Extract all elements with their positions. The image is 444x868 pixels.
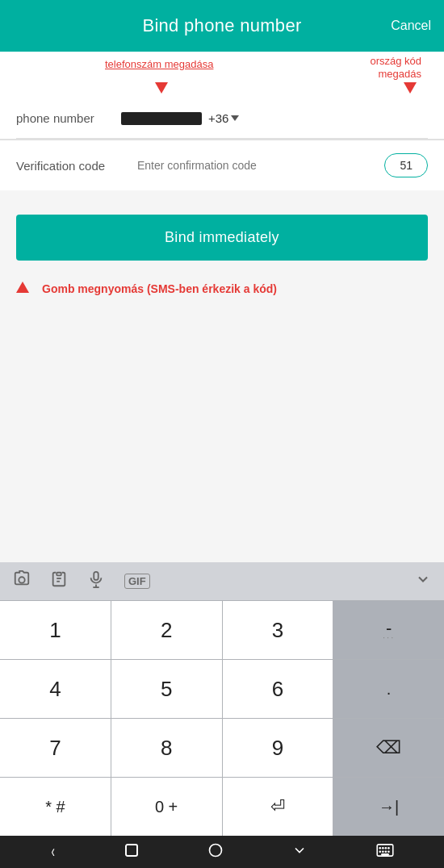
verification-label: Verification code — [16, 159, 137, 173]
key-7[interactable]: 7 — [0, 719, 111, 777]
bottom-annotation: Gomb megnyomás (SMS-ben érkezik a kód) — [0, 269, 444, 309]
clipboard-icon[interactable] — [50, 570, 68, 592]
keyboard-area: GIF 1 2 3 - ··· 4 5 6 . 7 8 9 ⌫ * # 0 + … — [0, 562, 444, 836]
key-9[interactable]: 9 — [223, 719, 333, 777]
country-annotation-text: ország kód megadás — [370, 55, 421, 80]
dots-more: ··· — [383, 632, 395, 642]
country-arrow-down — [404, 82, 417, 97]
annotation-row: telefonszám megadása ország kód megadás — [0, 52, 444, 82]
key-2[interactable]: 2 — [111, 601, 222, 659]
svg-rect-4 — [94, 572, 98, 580]
key-8[interactable]: 8 — [111, 719, 222, 777]
nav-keyboard-button[interactable] — [376, 844, 394, 861]
phone-label: phone number — [16, 111, 121, 125]
key-5[interactable]: 5 — [111, 660, 222, 718]
key-0-plus[interactable]: 0 + — [111, 778, 222, 836]
key-backspace[interactable]: ⌫ — [333, 719, 444, 777]
phone-input-area: +36 — [121, 111, 428, 125]
phone-row: phone number +36 — [16, 98, 428, 139]
camera-icon[interactable] — [13, 570, 31, 592]
keyboard-hide-icon[interactable] — [415, 571, 431, 591]
svg-rect-7 — [126, 845, 137, 856]
phone-section: phone number +36 — [0, 98, 444, 139]
bottom-annotation-text: Gomb megnyomás (SMS-ben érkezik a kód) — [42, 282, 277, 295]
arrows-row — [0, 82, 444, 98]
header-title: Bind phone number — [142, 15, 301, 36]
svg-rect-1 — [57, 573, 61, 576]
send-code-button[interactable]: 51 — [384, 153, 428, 177]
bind-section: Bind immediately — [0, 190, 444, 269]
phone-arrow-down — [155, 82, 168, 97]
verification-row: Verification code 51 — [0, 140, 444, 190]
key-tab[interactable]: →| — [333, 778, 444, 836]
svg-point-8 — [209, 844, 221, 856]
country-code-selector[interactable]: +36 — [208, 111, 239, 125]
keyboard-keys: 1 2 3 - ··· 4 5 6 . 7 8 9 ⌫ * # 0 + ⏎ →| — [0, 601, 444, 836]
svg-point-0 — [19, 577, 24, 582]
verification-input[interactable] — [137, 159, 384, 172]
header: Bind phone number Cancel — [0, 0, 444, 52]
key-4[interactable]: 4 — [0, 660, 111, 718]
keyboard-toolbar: GIF — [0, 562, 444, 601]
key-3[interactable]: 3 — [223, 601, 333, 659]
chevron-down-icon — [231, 115, 239, 121]
nav-home-button[interactable] — [207, 842, 224, 862]
nav-back-button[interactable]: ‹ — [52, 841, 55, 862]
key-6[interactable]: 6 — [223, 660, 333, 718]
key-period[interactable]: . — [333, 660, 444, 718]
bind-immediately-button[interactable]: Bind immediately — [16, 215, 428, 261]
key-dash[interactable]: - ··· — [333, 601, 444, 659]
country-code-text: +36 — [208, 111, 228, 125]
nav-square-button[interactable] — [124, 843, 139, 862]
phone-annotation-text: telefonszám megadása — [105, 58, 213, 70]
phone-redacted — [121, 112, 202, 125]
mic-icon[interactable] — [87, 570, 105, 592]
key-star-hash[interactable]: * # — [0, 778, 111, 836]
up-arrow-icon — [16, 282, 29, 296]
key-return[interactable]: ⏎ — [223, 778, 333, 836]
gif-button[interactable]: GIF — [124, 574, 150, 589]
navigation-bar: ‹ — [0, 836, 444, 868]
key-1[interactable]: 1 — [0, 601, 111, 659]
cancel-button[interactable]: Cancel — [391, 19, 431, 33]
nav-recent-button[interactable] — [291, 842, 308, 862]
